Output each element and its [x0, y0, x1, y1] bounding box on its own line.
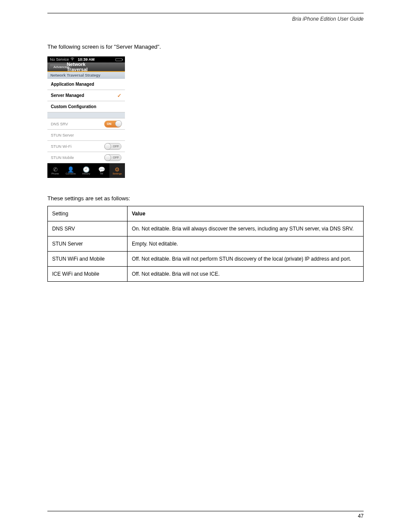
- cell-setting: ICE WiFi and Mobile: [48, 267, 128, 282]
- nav-title: Network Traversal: [67, 62, 106, 72]
- tab-phone[interactable]: ✆Phone: [47, 163, 63, 178]
- toggle-stun-mobile[interactable]: OFF: [104, 154, 121, 161]
- cell-value: Empty. Not editable.: [128, 236, 364, 252]
- tab-bar: ✆Phone 👤Contacts 🕘History 💬IM ⚙Settings: [47, 163, 125, 178]
- settings-table: Setting Value DNS SRV On. Not editable. …: [47, 206, 364, 282]
- cell-value: Off. Not editable. Bria will not use ICE…: [128, 267, 364, 282]
- table-row: STUN Server Empty. Not editable.: [48, 236, 364, 252]
- table-row: DNS SRV On. Not editable. Bria will alwa…: [48, 221, 364, 236]
- page-number: 47: [358, 513, 364, 519]
- settings-intro: These settings are set as follows:: [47, 195, 364, 202]
- row-custom-configuration[interactable]: Custom Configuration: [47, 101, 125, 112]
- cell-value: Off. Not editable. Bria will not perform…: [128, 252, 364, 267]
- svg-point-0: [72, 59, 73, 60]
- wifi-icon: [70, 57, 75, 62]
- row-stun-mobile[interactable]: STUN Mobile OFF: [47, 152, 125, 163]
- tab-history[interactable]: 🕘History: [78, 163, 94, 178]
- row-server-managed[interactable]: Server Managed ✓: [47, 90, 125, 101]
- im-icon: 💬: [98, 167, 105, 172]
- cell-value: On. Not editable. Bria will always disco…: [128, 221, 364, 236]
- th-setting: Setting: [48, 206, 128, 221]
- toggle-stun-wifi[interactable]: OFF: [104, 143, 121, 150]
- contacts-icon: 👤: [67, 167, 74, 172]
- intro-paragraph: The following screen is for "Server Mana…: [47, 44, 364, 50]
- history-icon: 🕘: [83, 167, 90, 172]
- battery-icon: [115, 58, 122, 61]
- nav-bar: Advanced Network Traversal: [47, 62, 125, 72]
- status-service: No Service: [50, 57, 69, 62]
- status-time: 10:39 AM: [78, 57, 94, 62]
- row-application-managed[interactable]: Application Managed: [47, 79, 125, 90]
- row-stun-server[interactable]: STUN Server: [47, 130, 125, 141]
- row-label: DNS SRV: [51, 122, 68, 126]
- cell-setting: STUN WiFi and Mobile: [48, 252, 128, 267]
- row-dns-srv[interactable]: DNS SRV ON: [47, 118, 125, 130]
- cell-setting: STUN Server: [48, 236, 128, 252]
- row-label: STUN Wi-Fi: [51, 144, 72, 149]
- th-value: Value: [128, 206, 364, 221]
- settings-icon: ⚙: [115, 167, 120, 172]
- row-label: STUN Mobile: [51, 156, 74, 160]
- cell-setting: DNS SRV: [48, 221, 128, 236]
- checkmark-icon: ✓: [117, 93, 121, 99]
- table-row: ICE WiFi and Mobile Off. Not editable. B…: [48, 267, 364, 282]
- row-label: Application Managed: [51, 82, 94, 87]
- row-label: STUN Server: [51, 133, 74, 137]
- table-row: STUN WiFi and Mobile Off. Not editable. …: [48, 252, 364, 267]
- row-stun-wifi[interactable]: STUN Wi-Fi OFF: [47, 141, 125, 152]
- tab-contacts[interactable]: 👤Contacts: [63, 163, 78, 178]
- section-header-strategy: Network Traversal Strategy: [47, 72, 125, 79]
- page-header-breadcrumb: Bria iPhone Edition User Guide: [47, 16, 364, 22]
- row-label: Server Managed: [51, 93, 84, 98]
- tab-im[interactable]: 💬IM: [94, 163, 109, 178]
- page-footer: 47: [47, 511, 364, 519]
- tab-settings[interactable]: ⚙Settings: [109, 163, 125, 178]
- row-label: Custom Configuration: [51, 104, 97, 109]
- toggle-dns-srv[interactable]: ON: [104, 121, 121, 128]
- screenshot-phone: No Service 10:39 AM Advanced Network Tra…: [47, 56, 125, 178]
- phone-icon: ✆: [53, 167, 58, 172]
- section-gap: [47, 112, 125, 118]
- table-header-row: Setting Value: [48, 206, 364, 221]
